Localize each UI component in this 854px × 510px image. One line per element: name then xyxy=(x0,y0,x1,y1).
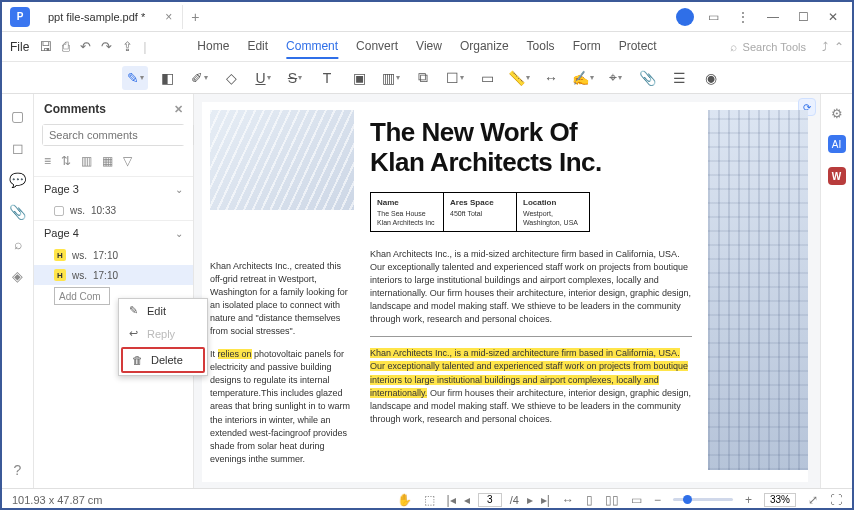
comment-item-selected[interactable]: H ws. 17:10 xyxy=(34,265,193,285)
fit-width-icon[interactable]: ↔ xyxy=(562,493,574,507)
highlight-tool[interactable]: ✎▾ xyxy=(122,66,148,90)
single-page-icon[interactable]: ▯ xyxy=(586,493,593,507)
comments-pane-icon[interactable]: 💬 xyxy=(9,172,26,188)
tab-view[interactable]: View xyxy=(416,35,442,59)
share-icon[interactable]: ⤴ xyxy=(822,40,828,54)
checkbox[interactable] xyxy=(54,206,64,216)
tab-comment[interactable]: Comment xyxy=(286,35,338,59)
tab-organize[interactable]: Organize xyxy=(460,35,509,59)
document-tab[interactable]: ppt file-sample.pdf * × xyxy=(38,5,183,29)
zoom-percent-input[interactable] xyxy=(764,493,796,507)
filter-icon[interactable]: ▽ xyxy=(123,154,132,168)
more-icon[interactable]: ⋮ xyxy=(732,10,754,24)
context-reply: ↩ Reply xyxy=(119,322,207,345)
bookmarks-icon[interactable]: ◻ xyxy=(12,140,24,156)
stamp-tool[interactable]: ▭ xyxy=(474,66,500,90)
expand-all-icon[interactable]: ≡ xyxy=(44,154,51,168)
add-tab-button[interactable]: + xyxy=(191,9,199,25)
select-tool-icon[interactable]: ⬚ xyxy=(424,493,435,507)
tab-convert[interactable]: Convert xyxy=(356,35,398,59)
file-menu[interactable]: File xyxy=(10,40,29,54)
pencil-tool[interactable]: ✐▾ xyxy=(186,66,212,90)
tab-edit[interactable]: Edit xyxy=(247,35,268,59)
statusbar: 101.93 x 47.87 cm ✋ ⬚ |◂ ◂ /4 ▸ ▸| ↔ ▯ ▯… xyxy=(2,488,852,510)
page3-header[interactable]: Page 3 ⌄ xyxy=(34,176,193,201)
tab-form[interactable]: Form xyxy=(573,35,601,59)
fit-page-icon[interactable]: ⤢ xyxy=(808,493,818,507)
page-input[interactable] xyxy=(478,493,502,507)
maximize-button[interactable]: ☐ xyxy=(792,10,814,24)
hand-tool-icon[interactable]: ✋ xyxy=(397,493,412,507)
underline-tool[interactable]: U▾ xyxy=(250,66,276,90)
read-mode-icon[interactable]: ▭ xyxy=(631,493,642,507)
export-icon[interactable]: ⇪ xyxy=(122,39,133,54)
redo-icon[interactable]: ↷ xyxy=(101,39,112,54)
chevron-down-icon: ⌄ xyxy=(175,228,183,239)
comments-list-tool[interactable]: ☰ xyxy=(666,66,692,90)
comments-search-input[interactable] xyxy=(43,125,193,145)
search-tools-input[interactable]: Search Tools xyxy=(743,41,806,53)
comment-item[interactable]: H ws. 17:10 xyxy=(34,245,193,265)
word-export-icon[interactable]: W xyxy=(828,167,846,185)
tab-tools[interactable]: Tools xyxy=(527,35,555,59)
attachment-tool[interactable]: 📎 xyxy=(634,66,660,90)
prev-page-icon[interactable]: ◂ xyxy=(464,493,470,507)
add-comment-input[interactable]: Add Com xyxy=(54,287,110,305)
highlight-badge-icon: H xyxy=(54,269,66,281)
user-avatar[interactable] xyxy=(676,8,694,26)
filter2-icon[interactable]: ▦ xyxy=(102,154,113,168)
note-tool[interactable]: ▥▾ xyxy=(378,66,404,90)
eraser-tool[interactable]: ◇ xyxy=(218,66,244,90)
close-button[interactable]: ✕ xyxy=(822,10,844,24)
zoom-in-icon[interactable]: + xyxy=(745,493,752,507)
document-area[interactable]: ⟳ Khan Architects Inc., created this off… xyxy=(194,94,820,488)
area-highlight-tool[interactable]: ◧ xyxy=(154,66,180,90)
highlighted-text[interactable]: relies on xyxy=(218,349,252,359)
zoom-out-icon[interactable]: − xyxy=(654,493,661,507)
measure-tool[interactable]: 📏▾ xyxy=(506,66,532,90)
distance-tool[interactable]: ↔ xyxy=(538,66,564,90)
zoom-knob[interactable] xyxy=(683,495,692,504)
add-comment-placeholder: Add Com xyxy=(59,291,101,302)
fullscreen-icon[interactable]: ⛶ xyxy=(830,493,842,507)
text-tool[interactable]: T xyxy=(314,66,340,90)
feedback-icon[interactable]: ▭ xyxy=(702,10,724,24)
comment-item[interactable]: ws. 10:33 xyxy=(34,201,193,220)
ai-assistant-icon[interactable]: AI xyxy=(828,135,846,153)
page4-header[interactable]: Page 4 ⌄ xyxy=(34,220,193,245)
signature-tool[interactable]: ✍▾ xyxy=(570,66,596,90)
stamp2-tool[interactable]: ⌖▾ xyxy=(602,66,628,90)
save-icon[interactable]: 🖫 xyxy=(39,39,52,54)
context-edit[interactable]: ✎ Edit xyxy=(119,299,207,322)
hide-comments-tool[interactable]: ◉ xyxy=(698,66,724,90)
print-icon[interactable]: ⎙ xyxy=(62,39,70,54)
layers-icon[interactable]: ◈ xyxy=(12,268,23,284)
undo-icon[interactable]: ↶ xyxy=(80,39,91,54)
last-page-icon[interactable]: ▸| xyxy=(541,493,550,507)
sort-icon[interactable]: ⇅ xyxy=(61,154,71,168)
tab-protect[interactable]: Protect xyxy=(619,35,657,59)
text-box-tool[interactable]: ⧉ xyxy=(410,66,436,90)
help-icon[interactable]: ? xyxy=(14,462,22,478)
tab-home[interactable]: Home xyxy=(197,35,229,59)
close-tab-icon[interactable]: × xyxy=(165,10,172,24)
close-panel-icon[interactable]: ✕ xyxy=(174,103,183,116)
first-page-icon[interactable]: |◂ xyxy=(447,493,456,507)
workspace: ▢ ◻ 💬 📎 ⌕ ◈ ? Comments ✕ ⌕ ≡ ⇅ ▥ ▦ ▽ Pag… xyxy=(2,94,852,488)
two-page-icon[interactable]: ▯▯ xyxy=(605,493,619,507)
attachments-icon[interactable]: 📎 xyxy=(9,204,26,220)
titlebar: P ppt file-sample.pdf * × + ▭ ⋮ — ☐ ✕ xyxy=(2,2,852,32)
next-page-icon[interactable]: ▸ xyxy=(527,493,533,507)
settings-icon[interactable]: ⚙ xyxy=(831,106,843,121)
strikethrough-tool[interactable]: S▾ xyxy=(282,66,308,90)
thumbnails-icon[interactable]: ▢ xyxy=(11,108,24,124)
comments-search[interactable]: ⌕ xyxy=(42,124,185,146)
shape-tool[interactable]: ☐▾ xyxy=(442,66,468,90)
filter1-icon[interactable]: ▥ xyxy=(81,154,92,168)
minimize-button[interactable]: — xyxy=(762,10,784,24)
zoom-slider[interactable] xyxy=(673,498,733,501)
search-pane-icon[interactable]: ⌕ xyxy=(14,236,22,252)
context-delete[interactable]: 🗑 Delete xyxy=(121,347,205,373)
collapse-ribbon-icon[interactable]: ⌃ xyxy=(834,40,844,54)
callout-tool[interactable]: ▣ xyxy=(346,66,372,90)
